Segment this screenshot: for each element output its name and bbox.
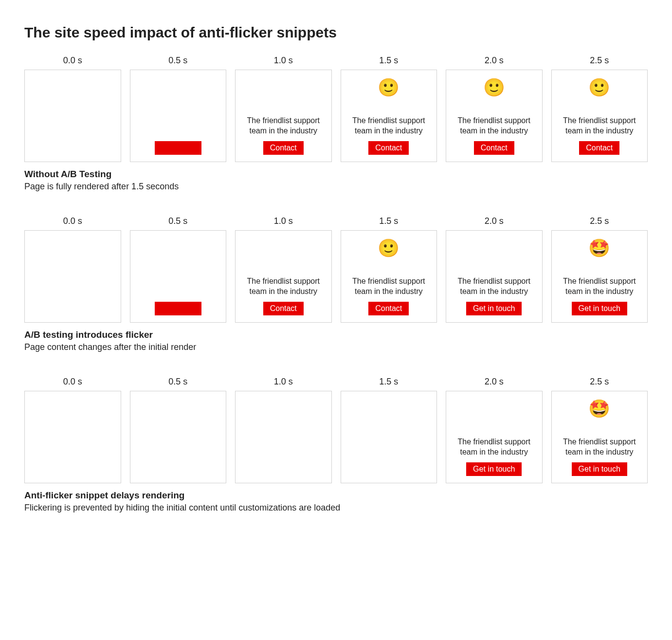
render-frame: 🙂The friendlist support team in the indu…: [341, 230, 437, 323]
smiley-icon: 🙂: [483, 79, 505, 99]
frame-column: 2.0 sThe friendlist support team in the …: [446, 216, 543, 323]
timeline: 0.0 s0.5 s1.0 sThe friendlist support te…: [24, 55, 648, 162]
contact-button[interactable]: Contact: [263, 302, 304, 315]
smiley-icon: 🙂: [378, 79, 400, 99]
contact-button[interactable]: Get in touch: [466, 462, 522, 476]
frame-tagline: The friendlist support team in the indus…: [556, 426, 644, 457]
frame-tagline: The friendlist support team in the indus…: [450, 426, 538, 457]
render-frame: [24, 230, 121, 323]
frame-column: 2.5 s🤩The friendlist support team in the…: [551, 216, 648, 323]
render-frame: 🙂The friendlist support team in the indu…: [341, 70, 437, 162]
contact-button[interactable]: Get in touch: [572, 302, 627, 315]
render-frame: [341, 391, 437, 483]
contact-button[interactable]: Get in touch: [466, 302, 522, 315]
render-frame: 🤩The friendlist support team in the indu…: [551, 230, 648, 323]
render-frame: 🤩The friendlist support team in the indu…: [551, 391, 648, 483]
time-label: 1.5 s: [341, 216, 437, 226]
smiley-icon: 🤩: [588, 239, 610, 260]
frame-column: 1.5 s🙂The friendlist support team in the…: [341, 55, 437, 162]
time-label: 0.0 s: [24, 377, 121, 387]
frame-column: 0.0 s: [24, 216, 121, 323]
row-heading: A/B testing introduces flicker: [24, 329, 648, 340]
frame-column: 2.5 s🤩The friendlist support team in the…: [551, 377, 648, 483]
render-frame: The friendlist support team in the indus…: [446, 230, 543, 323]
time-label: 1.0 s: [235, 377, 332, 387]
render-frame: The friendlist support team in the indus…: [235, 70, 332, 162]
time-label: 1.5 s: [341, 377, 437, 387]
frame-tagline: The friendlist support team in the indus…: [345, 105, 433, 136]
frame-tagline: The friendlist support team in the indus…: [556, 266, 644, 297]
row-description: Flickering is prevented by hiding the in…: [24, 503, 648, 513]
frame-column: 2.0 sThe friendlist support team in the …: [446, 377, 543, 483]
frame-column: 1.0 sThe friendlist support team in the …: [235, 55, 332, 162]
frame-tagline: The friendlist support team in the indus…: [450, 105, 538, 136]
frame-column: 1.5 s🙂The friendlist support team in the…: [341, 216, 437, 323]
contact-button[interactable]: Contact: [474, 141, 514, 155]
row-description: Page content changes after the initial r…: [24, 342, 648, 352]
contact-button[interactable]: Contact: [368, 141, 409, 155]
time-label: 2.0 s: [446, 216, 543, 226]
contact-button[interactable]: Get in touch: [572, 462, 627, 476]
render-frame: The friendlist support team in the indus…: [235, 230, 332, 323]
frame-tagline: The friendlist support team in the indus…: [239, 105, 327, 136]
render-frame: The friendlist support team in the indus…: [446, 391, 543, 483]
timeline-row: 0.0 s0.5 s1.0 sThe friendlist support te…: [24, 55, 648, 192]
row-heading: Anti-flicker snippet delays rendering: [24, 490, 648, 501]
row-description: Page is fully rendered after 1.5 seconds: [24, 182, 648, 192]
time-label: 1.0 s: [235, 216, 332, 226]
contact-button[interactable]: Contact: [579, 141, 619, 155]
frame-column: 2.0 s🙂The friendlist support team in the…: [446, 55, 543, 162]
frame-column: 0.5 s: [130, 377, 227, 483]
time-label: 1.5 s: [341, 55, 437, 66]
render-frame: 🙂The friendlist support team in the indu…: [446, 70, 543, 162]
frame-column: 0.0 s: [24, 55, 121, 162]
render-frame: [130, 70, 227, 162]
time-label: 0.5 s: [130, 55, 227, 66]
frame-column: 0.5 s: [130, 216, 227, 323]
contact-button-placeholder: [155, 141, 201, 155]
smiley-icon: 🤩: [588, 400, 610, 421]
frame-tagline: The friendlist support team in the indus…: [239, 266, 327, 297]
time-label: 2.0 s: [446, 55, 543, 66]
frame-column: 1.5 s: [341, 377, 437, 483]
time-label: 2.5 s: [551, 377, 648, 387]
timeline-row: 0.0 s0.5 s1.0 s1.5 s2.0 sThe friendlist …: [24, 377, 648, 513]
frame-tagline: The friendlist support team in the indus…: [345, 266, 433, 297]
page-title: The site speed impact of anti-flicker sn…: [24, 24, 648, 41]
contact-button[interactable]: Contact: [368, 302, 409, 315]
timeline: 0.0 s0.5 s1.0 sThe friendlist support te…: [24, 216, 648, 323]
render-frame: [235, 391, 332, 483]
render-frame: [130, 230, 227, 323]
frame-column: 0.5 s: [130, 55, 227, 162]
smiley-icon: 🙂: [588, 79, 610, 99]
time-label: 0.0 s: [24, 216, 121, 226]
time-label: 2.5 s: [551, 55, 648, 66]
time-label: 1.0 s: [235, 55, 332, 66]
frame-tagline: The friendlist support team in the indus…: [450, 266, 538, 297]
timeline-row: 0.0 s0.5 s1.0 sThe friendlist support te…: [24, 216, 648, 352]
render-frame: [24, 70, 121, 162]
render-frame: [130, 391, 227, 483]
frame-column: 0.0 s: [24, 377, 121, 483]
time-label: 2.5 s: [551, 216, 648, 226]
time-label: 2.0 s: [446, 377, 543, 387]
contact-button-placeholder: [155, 302, 201, 315]
frame-column: 1.0 sThe friendlist support team in the …: [235, 216, 332, 323]
frame-column: 2.5 s🙂The friendlist support team in the…: [551, 55, 648, 162]
contact-button[interactable]: Contact: [263, 141, 304, 155]
render-frame: [24, 391, 121, 483]
smiley-icon: 🙂: [378, 239, 400, 260]
time-label: 0.5 s: [130, 377, 227, 387]
frame-tagline: The friendlist support team in the indus…: [556, 105, 644, 136]
render-frame: 🙂The friendlist support team in the indu…: [551, 70, 648, 162]
row-heading: Without A/B Testing: [24, 169, 648, 180]
timeline: 0.0 s0.5 s1.0 s1.5 s2.0 sThe friendlist …: [24, 377, 648, 483]
time-label: 0.0 s: [24, 55, 121, 66]
time-label: 0.5 s: [130, 216, 227, 226]
frame-column: 1.0 s: [235, 377, 332, 483]
